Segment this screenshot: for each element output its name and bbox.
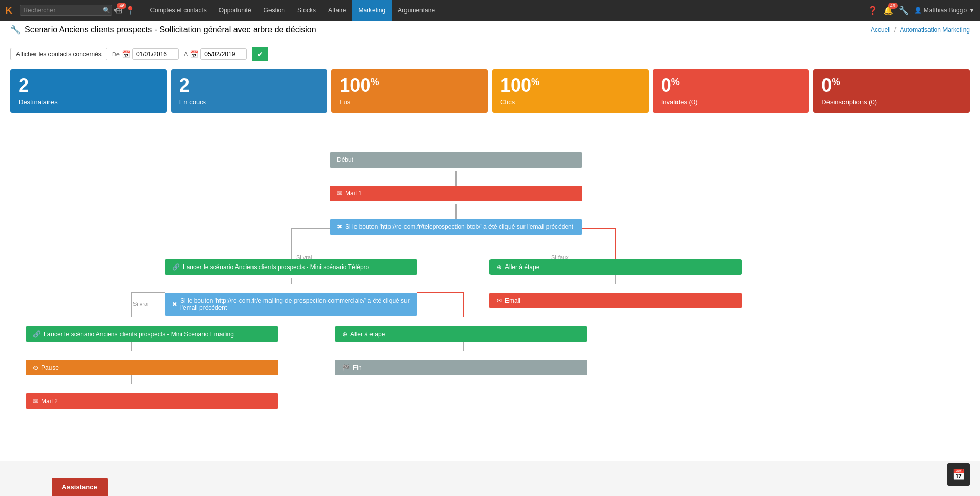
node-launch1[interactable]: 🔗 Lancer le scénario Anciens clients pro… [165,259,417,275]
goto2-icon: ⊕ [342,330,347,338]
stat-clics-label: Clics [500,98,640,106]
search-input[interactable] [23,7,100,14]
node-goto1[interactable]: ⊕ Aller à étape [489,259,742,275]
user-dropdown-icon: ▼ [969,7,975,14]
workflow-container: Si vrai Si faux Si vrai Si faux Début ✉ … [10,137,783,446]
nav-argumentaire[interactable]: Argumentaire [392,0,441,21]
from-label: De [112,51,120,57]
nav-affaire[interactable]: Affaire [322,0,352,21]
stat-clics-value: 100% [500,76,640,95]
mail2-icon: ✉ [33,398,38,405]
pause-label: Pause [41,364,59,371]
mail2-label: Mail 2 [41,398,58,405]
node-condition1[interactable]: ✖ Si le bouton 'http://re-com.fr/telepro… [330,219,582,235]
date-to-group: A 📅 [184,48,247,60]
launch2-icon: 🔗 [33,330,41,338]
email1-label: Email [505,297,520,304]
stat-lus[interactable]: 100% Lus [331,69,488,113]
top-navigation: K 🔍 ▼ ⊞ 46 📍 Comptes et contacts Opportu… [0,0,980,21]
to-label: A [184,51,188,57]
breadcrumb-separator: / [894,26,898,34]
goto1-label: Aller à étape [505,263,539,271]
launch1-label: Lancer le scénario Anciens clients prosp… [183,263,369,271]
stat-lus-value: 100% [340,76,480,95]
calendar-from-icon[interactable]: 📅 [122,50,130,58]
location-icon[interactable]: 📍 [125,6,136,15]
stat-clics[interactable]: 100% Clics [492,69,649,113]
label-si-vrai-2: Si vrai [133,301,149,307]
breadcrumb-bar: 🔧 Scenario Anciens clients prospects - S… [0,21,980,39]
breadcrumb: Accueil / Automatisation Marketing [871,26,970,34]
mail1-icon: ✉ [337,190,342,197]
stat-invalides-value: 0% [661,76,801,95]
pause-icon: ⊙ [33,364,38,371]
nav-gestion[interactable]: Gestion [258,0,291,21]
node-mail1[interactable]: ✉ Mail 1 [330,186,582,201]
date-from-group: De 📅 [112,48,179,60]
user-menu[interactable]: 👤 Matthias Buggo ▼ [914,7,975,14]
fin-label: Fin [353,364,362,371]
stat-desinscriptions-value: 0% [821,76,961,95]
node-fin[interactable]: 🏁 Fin [335,360,587,375]
launch1-icon: 🔗 [172,263,180,271]
node-email1[interactable]: ✉ Email [489,293,742,308]
stat-encours[interactable]: 2 En cours [171,69,328,113]
stat-destinataires-value: 2 [19,76,159,95]
tools-icon[interactable]: 🔧 [899,6,909,15]
logo[interactable]: K [5,5,12,16]
search-bar[interactable]: 🔍 ▼ [20,5,112,16]
nav-marketing[interactable]: Marketing [352,0,392,21]
nav-opportunite[interactable]: Opportunité [213,0,258,21]
calendar-to-icon[interactable]: 📅 [190,50,198,58]
node-condition2[interactable]: ✖ Si le bouton 'http://re-com.fr/e-maili… [165,293,417,316]
nav-badge-messages[interactable]: ⊞ 46 [115,6,122,15]
stat-invalides-label: Invalides (0) [661,98,801,106]
stat-desinscriptions-label: Désinscriptions (0) [821,98,961,106]
goto2-label: Aller à étape [350,330,385,338]
email1-icon: ✉ [497,297,502,304]
condition1-icon: ✖ [337,223,342,230]
notifications-badge: 46 [888,3,898,9]
nav-right-controls: ❓ 🔔 46 🔧 👤 Matthias Buggo ▼ [868,6,975,15]
mail1-label: Mail 1 [345,190,362,197]
node-goto2[interactable]: ⊕ Aller à étape [335,326,587,342]
stat-encours-value: 2 [179,76,319,95]
breadcrumb-home-link[interactable]: Accueil [871,26,891,34]
nav-notifications[interactable]: 🔔 46 [883,6,893,15]
stat-destinataires[interactable]: 2 Destinataires [10,69,167,113]
condition2-icon: ✖ [172,301,177,308]
wrench-icon: 🔧 [10,25,21,35]
launch2-label: Lancer le scénario Anciens clients prosp… [44,330,234,338]
node-mail2[interactable]: ✉ Mail 2 [26,393,278,409]
stats-filters: Afficher les contacts concernés De 📅 A 📅… [10,47,970,61]
stat-encours-label: En cours [179,98,319,106]
date-to-input[interactable] [200,48,247,60]
stats-cards: 2 Destinataires 2 En cours 100% Lus 100%… [10,69,970,113]
nav-comptes[interactable]: Comptes et contacts [144,0,212,21]
breadcrumb-marketing-link[interactable]: Automatisation Marketing [900,26,970,34]
go-button[interactable]: ✔ [252,47,268,61]
date-from-input[interactable] [132,48,179,60]
node-debut[interactable]: Début [330,152,582,168]
condition1-label: Si le bouton 'http://re-com.fr/teleprosp… [345,223,573,230]
user-avatar-icon: 👤 [914,7,922,14]
page-title: 🔧 Scenario Anciens clients prospects - S… [10,25,316,35]
date-from-wrap: De 📅 [112,48,179,60]
goto1-icon: ⊕ [497,263,502,271]
fin-icon: 🏁 [342,364,350,371]
date-to-wrap: A 📅 [184,48,247,60]
help-icon[interactable]: ❓ [868,6,878,15]
main-navigation: Comptes et contacts Opportunité Gestion … [144,0,864,21]
show-contacts-button[interactable]: Afficher les contacts concernés [10,48,107,60]
user-name: Matthias Buggo [924,7,967,14]
stat-desinscriptions[interactable]: 0% Désinscriptions (0) [813,69,970,113]
page-title-text: Scenario Anciens clients prospects - Sol… [25,25,316,35]
stat-invalides[interactable]: 0% Invalides (0) [653,69,809,113]
nav-stocks[interactable]: Stocks [291,0,322,21]
stat-lus-label: Lus [340,98,480,106]
node-launch2[interactable]: 🔗 Lancer le scénario Anciens clients pro… [26,326,278,342]
workflow-area: Si vrai Si faux Si vrai Si faux Début ✉ … [0,121,980,461]
node-pause[interactable]: ⊙ Pause [26,360,278,375]
debut-label: Début [337,156,353,163]
messages-badge: 46 [117,3,126,9]
